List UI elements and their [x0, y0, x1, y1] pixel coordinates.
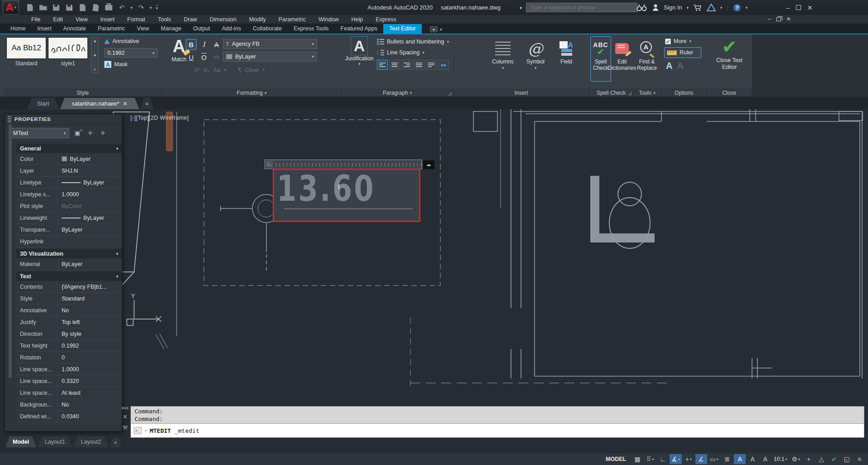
menu-item-file[interactable]: File — [25, 16, 47, 23]
property-value[interactable]: ByLayer — [58, 258, 122, 270]
case-dropdown-icon[interactable]: ▾ — [224, 68, 227, 72]
property-row[interactable]: Transpare...ByLayer — [16, 224, 122, 236]
autodesk-a360-icon[interactable] — [707, 4, 716, 11]
property-value[interactable]: ByLayer — [58, 212, 122, 223]
more-button[interactable]: ✔ More ▾ — [665, 36, 691, 46]
columns-button[interactable]: Columns ▾ — [489, 36, 517, 82]
ribbon-minimize-dropdown-icon[interactable]: ▾ — [440, 27, 442, 32]
text-height-dropdown-icon[interactable]: ▾ — [152, 51, 154, 55]
tab-stop-icon[interactable]: ∟ — [266, 161, 273, 168]
print-icon[interactable] — [104, 4, 113, 12]
help-icon[interactable]: ? — [733, 4, 741, 12]
new-file-icon[interactable] — [25, 4, 34, 12]
property-value[interactable]: By style — [58, 328, 122, 339]
minimize-button[interactable]: – — [786, 4, 790, 11]
property-row[interactable]: LinetypeByLayer — [16, 177, 122, 189]
menu-item-format[interactable]: Format — [121, 16, 152, 23]
property-value[interactable]: 1.0000 — [58, 363, 122, 375]
undo-button[interactable]: ↶ — [117, 4, 126, 12]
property-row[interactable]: MaterialByLayer — [16, 258, 122, 270]
close-button[interactable]: ✕ — [807, 4, 813, 11]
drawing-canvas[interactable]: Y [-][Top][2D Wireframe] — [0, 109, 868, 453]
mtext-width-handle[interactable]: ◂▸ — [423, 160, 434, 169]
ortho-icon[interactable]: ∟ — [657, 454, 669, 464]
object-snap-tracking-icon-dropdown[interactable]: ▾ — [690, 457, 692, 461]
ribbon-tab-view[interactable]: View — [131, 24, 155, 34]
undo-dropdown-icon[interactable]: ▾ — [130, 5, 133, 10]
property-row[interactable]: Plot styleByColor — [16, 200, 122, 212]
ribbon-tab-home[interactable]: Home — [5, 24, 31, 34]
plot-icon[interactable] — [78, 4, 87, 12]
menu-item-window[interactable]: Window — [312, 16, 345, 23]
property-value[interactable]: ByLayer — [58, 177, 122, 188]
distribute-button[interactable] — [426, 60, 437, 70]
undo-text-icon[interactable]: A — [666, 61, 672, 71]
layout-tab-model[interactable]: Model — [5, 436, 36, 447]
property-row[interactable]: Line space...1.0000 — [16, 363, 122, 375]
property-row[interactable]: Linetype s...1.0000 — [16, 189, 122, 200]
font-combo[interactable]: T Agency FB ▾ — [223, 39, 317, 49]
underline-button[interactable]: U — [186, 52, 197, 63]
snap-icon[interactable]: ⠿▾ — [644, 454, 656, 464]
model-space-button[interactable]: MODEL — [601, 456, 631, 462]
align-right-button[interactable] — [401, 60, 412, 70]
ribbon-tab-parametric[interactable]: Parametric — [92, 24, 131, 34]
menu-item-tools[interactable]: Tools — [151, 16, 177, 23]
property-value[interactable]: ByLayer — [58, 153, 122, 165]
paragraph-spacing-button[interactable]: ◂▸ — [438, 60, 449, 70]
ribbon-tab-text-editor[interactable]: Text Editor — [383, 24, 422, 34]
object-snap-tracking-icon[interactable]: +▾ — [683, 454, 694, 464]
change-case-button[interactable]: Aa — [213, 67, 221, 73]
property-row[interactable]: ColorByLayer — [16, 153, 122, 165]
color-combo[interactable]: ByLayer ▾ — [223, 52, 317, 62]
redo-button[interactable]: ↷ — [137, 4, 146, 12]
property-row[interactable]: Defined wi...0.0340 — [16, 411, 122, 422]
viewport-controls-label[interactable]: [-][Top][2D Wireframe] — [130, 115, 189, 121]
redo-text-icon[interactable]: A — [677, 61, 683, 71]
font-dropdown-icon[interactable]: ▾ — [312, 42, 314, 46]
ribbon-tab-collaborate[interactable]: Collaborate — [247, 24, 288, 34]
command-prompt-icon[interactable]: >_ — [134, 427, 142, 434]
properties-section-general[interactable]: General▾ — [16, 144, 122, 153]
layout-tab-layout2[interactable]: Layout2 — [74, 436, 108, 447]
spellcheck-panel-label[interactable]: Spell Check — [589, 89, 633, 97]
maximize-button[interactable] — [796, 5, 801, 10]
command-line-window[interactable]: Command:Command: >_ ▾ MTEDIT _mtedit — [130, 406, 864, 438]
search-input[interactable] — [526, 3, 637, 12]
spellcheck-launcher-icon[interactable]: ◿ — [628, 91, 632, 96]
section-collapse-icon[interactable]: ▾ — [116, 146, 118, 151]
open-file-icon[interactable] — [39, 4, 48, 12]
options-panel-label[interactable]: Options — [661, 89, 706, 97]
property-value[interactable]: Standard — [58, 293, 122, 304]
mask-toggle[interactable]: A Mask — [104, 61, 128, 68]
property-value[interactable]: 0 — [58, 352, 122, 363]
file-tab-close-icon[interactable]: ✕ — [123, 101, 127, 107]
osnap-box-icon[interactable]: ▭▾ — [708, 454, 720, 464]
new-drawing-tab-button[interactable]: + — [140, 98, 154, 109]
property-value[interactable] — [58, 236, 122, 247]
paragraph-panel-label[interactable]: Paragraph▾ — [342, 89, 453, 97]
menu-item-help[interactable]: Help — [345, 16, 370, 23]
property-value[interactable]: At least — [58, 387, 122, 398]
properties-header[interactable]: PROPERTIES — [5, 114, 122, 125]
line-spacing-button[interactable]: Line Spacing ▾ — [377, 48, 449, 57]
scale-value[interactable]: 10:1▾ — [772, 454, 789, 464]
annotation-scale-a-icon[interactable]: A — [759, 454, 771, 464]
field-button[interactable]: A Field — [552, 36, 580, 82]
ribbon-tab-insert[interactable]: Insert — [31, 24, 57, 34]
section-collapse-icon[interactable]: ▾ — [116, 252, 118, 256]
style-gallery-expand-icon[interactable]: ≡ — [94, 68, 96, 72]
autoscale-icon[interactable]: A — [747, 454, 758, 464]
property-row[interactable]: StyleStandard — [16, 293, 122, 305]
menu-item-view[interactable]: View — [69, 16, 94, 23]
toggle-pickadd-icon[interactable]: ▣+ — [73, 129, 82, 137]
property-row[interactable]: Contents{\fAgency FB|b1... — [16, 281, 122, 293]
property-row[interactable]: Hyperlink — [16, 236, 122, 247]
property-row[interactable]: LayerSHJ.N — [16, 165, 122, 177]
command-input-row[interactable]: >_ ▾ MTEDIT _mtedit — [131, 423, 864, 437]
menu-item-draw[interactable]: Draw — [178, 16, 203, 23]
insert-panel-label[interactable]: Insert — [453, 89, 589, 97]
property-row[interactable]: Line space...At least — [16, 387, 122, 399]
mtext-value[interactable]: 13.60 — [277, 167, 376, 209]
paragraph-launcher-icon[interactable]: ◿ — [448, 91, 452, 96]
